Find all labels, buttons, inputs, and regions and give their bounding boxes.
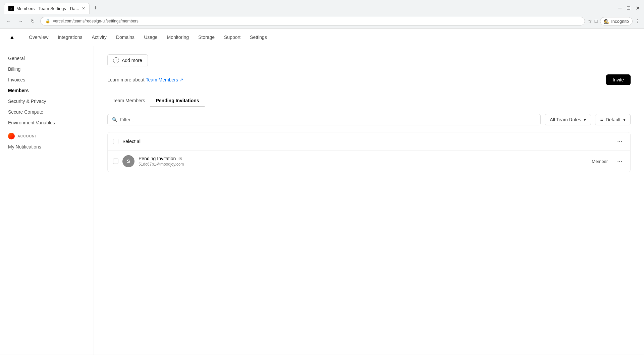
sidebar-item-billing[interactable]: Billing (0, 64, 94, 74)
invitation-more-button[interactable]: ··· (614, 157, 625, 166)
sidebar-account-section: ACCOUNT (0, 128, 94, 141)
nav-usage[interactable]: Usage (139, 29, 162, 46)
info-bar: Learn more about Team Members ↗ Invite (107, 74, 631, 85)
team-members-link-text: Team Members (146, 77, 178, 82)
nav-settings[interactable]: Settings (245, 29, 272, 46)
bulk-more-button[interactable]: ··· (614, 136, 625, 146)
back-button[interactable]: ← (4, 16, 13, 26)
tab-title: Members - Team Settings - Da... (16, 6, 79, 11)
incognito-label: Incognito (611, 19, 629, 24)
nav-integrations[interactable]: Integrations (53, 29, 87, 46)
active-browser-tab[interactable]: Members - Team Settings - Da... ✕ (4, 3, 90, 14)
external-link-icon: ↗ (179, 77, 183, 82)
extensions-icon[interactable]: □ (595, 18, 597, 24)
default-sort-label: Default (606, 117, 621, 122)
account-avatar (8, 133, 15, 139)
filter-input[interactable] (120, 117, 536, 122)
invitation-email: 51dc67b1@moodjoy.com (139, 162, 588, 167)
sidebar-item-members[interactable]: Members (0, 85, 94, 96)
sidebar-item-secure-compute[interactable]: Secure Compute (0, 107, 94, 117)
select-all-row: Select all ··· (108, 132, 630, 150)
learn-more-text: Learn more about (107, 77, 145, 82)
tab-favicon (8, 6, 14, 11)
select-all-label: Select all (122, 139, 142, 144)
sidebar-env-vars-label: Environment Variables (8, 120, 55, 125)
table-area: Select all ··· S Pending Invitation ✉ 51… (107, 132, 631, 172)
invitation-info: Pending Invitation ✉ 51dc67b1@moodjoy.co… (139, 156, 588, 167)
main-layout: General Billing Invoices Members Securit… (0, 46, 644, 355)
sidebar-item-security[interactable]: Security & Privacy (0, 96, 94, 107)
reload-button[interactable]: ↻ (28, 16, 38, 26)
invitation-row: S Pending Invitation ✉ 51dc67b1@moodjoy.… (108, 150, 630, 172)
nav-storage[interactable]: Storage (194, 29, 219, 46)
menu-icon[interactable]: ⋮ (635, 18, 640, 24)
maximize-button[interactable]: □ (627, 5, 630, 11)
sidebar-billing-label: Billing (8, 66, 20, 72)
invitation-name: Pending Invitation ✉ (139, 156, 588, 161)
minimize-button[interactable]: ─ (618, 5, 622, 11)
account-section-label: ACCOUNT (17, 134, 37, 138)
browser-chrome: Members - Team Settings - Da... ✕ + ─ □ … (0, 0, 644, 29)
all-team-roles-dropdown[interactable]: All Team Roles ▾ (545, 114, 591, 125)
incognito-icon: 🕵 (604, 19, 609, 24)
search-box[interactable]: 🔍 (107, 114, 541, 125)
invitation-checkbox[interactable] (113, 159, 118, 164)
window-controls: ─ □ ✕ (618, 5, 640, 11)
app-nav: Overview Integrations Activity Domains U… (0, 29, 644, 46)
avatar: S (122, 155, 135, 167)
address-bar[interactable]: 🔒 vercel.com/teams/redesign-ui/settings/… (40, 17, 585, 25)
tab-pending-invitations[interactable]: Pending Invitations (150, 95, 204, 107)
add-more-circle-icon: + (113, 57, 119, 63)
close-button[interactable]: ✕ (636, 5, 640, 11)
team-members-link[interactable]: Team Members ↗ (146, 77, 183, 82)
add-more-label: Add more (122, 58, 142, 63)
nav-overview[interactable]: Overview (24, 29, 53, 46)
main-content: + Add more Learn more about Team Members… (94, 46, 644, 355)
nav-domains[interactable]: Domains (111, 29, 139, 46)
sidebar-item-invoices[interactable]: Invoices (0, 74, 94, 85)
sidebar-invoices-label: Invoices (8, 77, 25, 82)
new-tab-button[interactable]: + (91, 4, 100, 13)
tab-team-members[interactable]: Team Members (107, 95, 150, 107)
tab-close-button[interactable]: ✕ (82, 6, 85, 11)
search-icon: 🔍 (112, 117, 117, 122)
nav-support[interactable]: Support (219, 29, 245, 46)
app-logo[interactable] (7, 32, 17, 43)
incognito-button[interactable]: 🕵 Incognito (600, 17, 633, 25)
url-text: vercel.com/teams/redesign-ui/settings/me… (53, 19, 139, 23)
forward-button[interactable]: → (16, 16, 25, 26)
all-team-roles-label: All Team Roles (550, 117, 581, 122)
sidebar-notifications-label: My Notifications (8, 144, 41, 149)
sidebar-secure-compute-label: Secure Compute (8, 109, 43, 115)
add-more-button[interactable]: + Add more (107, 54, 148, 66)
role-badge: Member (592, 159, 608, 164)
lock-icon: 🔒 (45, 19, 50, 23)
sidebar-item-notifications[interactable]: My Notifications (0, 141, 94, 152)
browser-toolbar: ← → ↻ 🔒 vercel.com/teams/redesign-ui/set… (0, 14, 644, 28)
sidebar-security-label: Security & Privacy (8, 99, 46, 104)
sidebar: General Billing Invoices Members Securit… (0, 46, 94, 355)
invitation-name-text: Pending Invitation (139, 156, 176, 161)
toolbar-right: ☆ □ 🕵 Incognito ⋮ (588, 17, 640, 25)
star-icon[interactable]: ☆ (588, 18, 592, 24)
nav-activity[interactable]: Activity (87, 29, 111, 46)
chevron-down-icon-2: ▾ (623, 117, 626, 122)
filter-row: 🔍 All Team Roles ▾ ≡ Default ▾ (107, 114, 631, 125)
footer: © 2023 All systems normal. Command Menu … (0, 355, 644, 362)
default-sort-dropdown[interactable]: ≡ Default ▾ (595, 114, 631, 125)
sidebar-members-label: Members (8, 88, 29, 93)
select-all-checkbox[interactable] (113, 139, 118, 144)
chevron-down-icon: ▾ (584, 117, 586, 122)
browser-titlebar: Members - Team Settings - Da... ✕ + ─ □ … (0, 0, 644, 14)
info-text: Learn more about Team Members ↗ (107, 77, 183, 82)
tabs-container: Team Members Pending Invitations (107, 95, 631, 107)
nav-monitoring[interactable]: Monitoring (162, 29, 194, 46)
sidebar-item-env-vars[interactable]: Environment Variables (0, 117, 94, 128)
sidebar-general-label: General (8, 56, 25, 61)
invite-button[interactable]: Invite (606, 74, 631, 85)
sidebar-item-general[interactable]: General (0, 53, 94, 64)
sort-icon: ≡ (600, 117, 603, 122)
mail-icon: ✉ (178, 156, 182, 161)
browser-tabs: Members - Team Settings - Da... ✕ + (4, 3, 100, 14)
